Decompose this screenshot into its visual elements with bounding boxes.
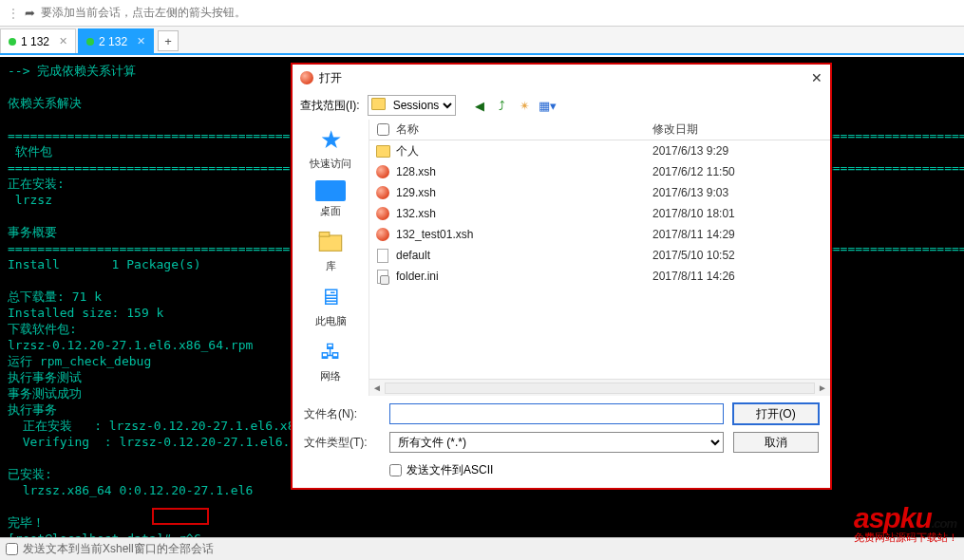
file-name: 132_test01.xsh	[396, 228, 652, 241]
place-quick[interactable]: ★快速访问	[297, 125, 364, 171]
dialog-titlebar: 打开 ✕	[293, 65, 830, 91]
hint-bar: ⋮ ➦ 要添加当前会话，点击左侧的箭头按钮。	[0, 0, 964, 27]
place-label: 桌面	[320, 204, 341, 218]
up-icon[interactable]: ⤴	[494, 97, 511, 114]
session-tab[interactable]: 1 132✕	[0, 28, 76, 53]
place-label: 网络	[320, 369, 341, 383]
file-row[interactable]: 129.xsh2017/6/13 9:03	[369, 182, 830, 203]
open-button[interactable]: 打开(O)	[733, 403, 819, 424]
tab-close-icon[interactable]: ✕	[137, 35, 145, 47]
place-net[interactable]: 🖧网络	[297, 338, 364, 383]
filetype-label: 文件类型(T):	[304, 435, 380, 451]
arrow-icon: ➦	[25, 6, 35, 20]
folder-icon	[371, 98, 386, 110]
ascii-label: 发送文件到ASCII	[406, 462, 493, 478]
file-name: 129.xsh	[396, 186, 652, 199]
file-date: 2017/6/13 9:29	[652, 144, 830, 158]
xsh-icon	[376, 186, 389, 199]
app-icon	[300, 71, 313, 84]
file-row[interactable]: 132.xsh2017/8/10 18:01	[369, 203, 830, 224]
file-row[interactable]: 128.xsh2017/6/12 11:50	[369, 161, 830, 182]
view-menu-icon[interactable]: ▦▾	[539, 97, 557, 114]
file-row[interactable]: 个人2017/6/13 9:29	[369, 140, 830, 161]
tab-close-icon[interactable]: ✕	[59, 35, 67, 47]
xsh-icon	[376, 207, 389, 220]
col-date[interactable]: 修改日期	[652, 121, 830, 138]
file-date: 2017/8/11 14:26	[652, 270, 830, 283]
place-lib[interactable]: 库	[297, 228, 364, 273]
tab-bar: 1 132✕2 132✕ +	[0, 27, 964, 55]
status-dot-icon	[86, 38, 94, 46]
svg-rect-0	[319, 235, 341, 251]
horizontal-scrollbar[interactable]: ◄►	[369, 379, 830, 396]
file-list[interactable]: 个人2017/6/13 9:29128.xsh2017/6/12 11:5012…	[369, 140, 830, 379]
back-icon[interactable]: ◀	[471, 97, 488, 114]
tab-label: 1 132	[21, 35, 49, 48]
txt-icon	[377, 249, 388, 263]
place-pc[interactable]: 🖥此电脑	[297, 283, 364, 328]
xsh-icon	[376, 165, 389, 178]
look-in-label: 查找范围(I):	[300, 98, 360, 114]
filetype-select[interactable]: 所有文件 (*.*)	[389, 432, 724, 453]
look-in-row: 查找范围(I): Sessions ◀ ⤴ ✴ ▦▾	[293, 91, 830, 120]
file-name: 128.xsh	[396, 165, 652, 178]
filename-input[interactable]	[389, 403, 724, 424]
new-tab-button[interactable]: +	[158, 30, 179, 51]
hint-grip: ⋮	[8, 7, 19, 20]
file-date: 2017/6/12 11:50	[652, 165, 830, 178]
place-label: 快速访问	[310, 157, 351, 171]
file-date: 2017/8/10 18:01	[652, 207, 830, 220]
ini-icon	[377, 270, 388, 284]
status-text: 发送文本到当前Xshell窗口的全部会话	[23, 541, 214, 557]
place-desk[interactable]: 桌面	[297, 180, 364, 218]
filename-label: 文件名(N):	[304, 406, 380, 422]
status-bar: 发送文本到当前Xshell窗口的全部会话	[0, 537, 964, 560]
folder-icon	[376, 145, 390, 158]
file-row[interactable]: 132_test01.xsh2017/8/11 14:29	[369, 224, 830, 245]
file-list-header: 名称 修改日期	[369, 120, 830, 140]
new-folder-icon[interactable]: ✴	[517, 97, 534, 114]
watermark: aspku.com 免费网站源码下载站！	[854, 502, 958, 545]
broadcast-checkbox[interactable]	[6, 543, 18, 555]
hint-text: 要添加当前会话，点击左侧的箭头按钮。	[41, 5, 246, 21]
file-name: 132.xsh	[396, 207, 652, 220]
col-name[interactable]: 名称	[396, 121, 652, 138]
place-label: 库	[326, 259, 336, 273]
file-date: 2017/5/10 10:52	[652, 249, 830, 262]
place-label: 此电脑	[315, 314, 347, 328]
tab-label: 2 132	[99, 35, 127, 48]
xsh-icon	[376, 228, 389, 241]
file-date: 2017/8/11 14:29	[652, 228, 830, 241]
session-tab[interactable]: 2 132✕	[78, 28, 154, 53]
ascii-checkbox[interactable]	[389, 464, 402, 476]
file-row[interactable]: default2017/5/10 10:52	[369, 245, 830, 266]
open-dialog: 打开 ✕ 查找范围(I): Sessions ◀ ⤴ ✴ ▦▾ ★快速访问桌面库…	[291, 63, 832, 490]
file-name: default	[396, 249, 652, 262]
places-bar: ★快速访问桌面库🖥此电脑🖧网络	[293, 120, 369, 396]
svg-rect-1	[319, 233, 330, 237]
file-date: 2017/6/13 9:03	[652, 186, 830, 199]
cancel-button[interactable]: 取消	[733, 432, 819, 453]
close-icon[interactable]: ✕	[811, 70, 822, 85]
file-name: folder.ini	[396, 270, 652, 283]
select-all-checkbox[interactable]	[377, 123, 389, 136]
file-list-pane: 名称 修改日期 个人2017/6/13 9:29128.xsh2017/6/12…	[369, 120, 830, 396]
dialog-title: 打开	[319, 70, 342, 86]
file-name: 个人	[396, 143, 652, 159]
file-row[interactable]: folder.ini2017/8/11 14:26	[369, 266, 830, 287]
status-dot-icon	[9, 38, 16, 46]
